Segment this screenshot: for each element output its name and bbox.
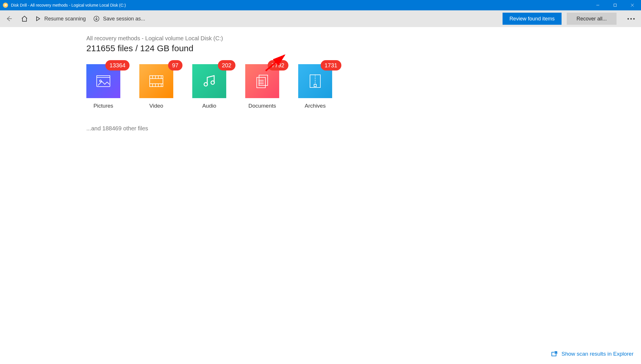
tile-box: 202	[192, 64, 226, 98]
download-icon	[93, 16, 100, 22]
archive-icon	[309, 74, 321, 88]
category-tile-archives[interactable]: 1731Archives	[298, 64, 332, 109]
tile-label: Archives	[305, 103, 326, 109]
category-tiles: 13364Pictures97Video202Audio7792Document…	[86, 64, 641, 109]
svg-rect-1	[614, 4, 617, 7]
svg-rect-7	[97, 76, 110, 77]
home-button[interactable]	[20, 14, 29, 24]
tile-box: 7792	[245, 64, 279, 98]
document-icon	[255, 74, 269, 88]
other-files-text: ...and 188469 other files	[86, 125, 641, 132]
tile-label: Audio	[202, 103, 216, 109]
show-in-explorer-label: Show scan results in Explorer	[562, 351, 634, 357]
svg-point-8	[100, 80, 101, 82]
tile-box: 97	[139, 64, 173, 98]
save-session-button[interactable]: Save session as...	[93, 16, 145, 22]
resume-scanning-label: Resume scanning	[44, 16, 86, 22]
tile-count-badge: 97	[168, 60, 182, 70]
toolbar: Resume scanning Save session as... Revie…	[0, 10, 641, 27]
open-folder-icon	[551, 351, 558, 357]
maximize-button[interactable]	[606, 0, 624, 10]
arrow-left-icon	[5, 15, 12, 22]
close-button[interactable]	[624, 0, 641, 10]
home-icon	[21, 15, 28, 22]
tile-box: 1731	[298, 64, 332, 98]
review-found-items-button[interactable]: Review found items	[503, 13, 562, 25]
video-icon	[149, 75, 163, 87]
scan-summary: 211655 files / 124 GB found	[86, 43, 641, 53]
category-tile-video[interactable]: 97Video	[139, 64, 173, 109]
review-found-items-label: Review found items	[509, 16, 555, 22]
category-tile-pictures[interactable]: 13364Pictures	[86, 64, 120, 109]
back-button[interactable]	[4, 14, 14, 24]
tile-count-badge: 13364	[105, 60, 130, 70]
audio-icon	[203, 75, 216, 88]
more-options-button[interactable]	[625, 16, 637, 22]
titlebar: 🛠 Disk Drill - All recovery methods - Lo…	[0, 0, 641, 10]
minimize-button[interactable]	[589, 0, 606, 10]
save-session-label: Save session as...	[103, 16, 145, 22]
svg-rect-30	[314, 84, 316, 87]
breadcrumb: All recovery methods - Logical volume Lo…	[86, 35, 641, 42]
window-title: Disk Drill - All recovery methods - Logi…	[11, 3, 126, 7]
picture-icon	[96, 75, 111, 87]
recover-all-label: Recover all...	[577, 16, 607, 22]
category-tile-audio[interactable]: 202Audio	[192, 64, 226, 109]
tile-label: Documents	[248, 103, 276, 109]
show-in-explorer-link[interactable]: Show scan results in Explorer	[551, 351, 634, 357]
app-icon: 🛠	[3, 3, 8, 8]
content-area: All recovery methods - Logical volume Lo…	[0, 27, 641, 364]
tile-box: 13364	[86, 64, 120, 98]
tile-label: Video	[149, 103, 163, 109]
tile-label: Pictures	[94, 103, 113, 109]
recover-all-button[interactable]: Recover all...	[567, 13, 617, 25]
tile-count-badge: 202	[218, 60, 235, 70]
svg-rect-23	[257, 77, 265, 88]
category-tile-documents[interactable]: 7792Documents	[245, 64, 279, 109]
tile-count-badge: 7792	[268, 60, 289, 70]
play-icon	[35, 16, 41, 22]
resume-scanning-button[interactable]: Resume scanning	[35, 16, 86, 22]
tile-count-badge: 1731	[321, 60, 342, 70]
